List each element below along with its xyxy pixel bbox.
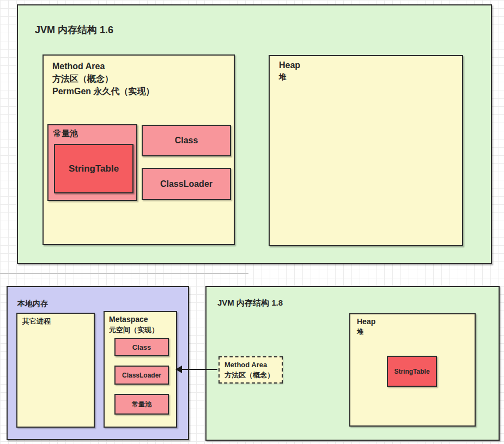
metaspace-classloader-label: ClassLoader bbox=[116, 367, 168, 384]
method-area-18-line1: Method Area bbox=[224, 360, 274, 370]
method-area-16-line1: Method Area bbox=[52, 60, 155, 72]
method-area-18-line2: 方法区（概念） bbox=[224, 370, 274, 380]
native-memory-container: 本地内存 其它进程 Metaspace 元空间（实现） Class ClassL… bbox=[7, 286, 189, 440]
classloader-16-box: ClassLoader bbox=[142, 168, 231, 200]
heap-16-box: Heap 堆 bbox=[269, 55, 463, 246]
method-area-16-label: Method Area 方法区（概念） PermGen 永久代（实现） bbox=[52, 60, 155, 98]
jvm-18-container: JVM 内存结构 1.8 Method Area 方法区（概念） Heap 堆 … bbox=[205, 286, 500, 441]
stringtable-16-label: StringTable bbox=[55, 145, 132, 192]
diagram-canvas: JVM 内存结构 1.6 Method Area 方法区（概念） PermGen… bbox=[0, 0, 504, 444]
screenshot-divider bbox=[0, 273, 248, 274]
metaspace-classloader-box: ClassLoader bbox=[114, 366, 169, 385]
heap-16-subtitle: 堆 bbox=[279, 72, 287, 82]
metaspace-constant-pool-label: 常量池 bbox=[116, 395, 168, 413]
method-area-18-box: Method Area 方法区（概念） bbox=[218, 356, 283, 384]
native-memory-title: 本地内存 bbox=[17, 299, 48, 309]
jvm-18-title: JVM 内存结构 1.8 bbox=[217, 298, 283, 308]
method-area-16-line3: PermGen 永久代（实现） bbox=[52, 85, 155, 98]
method-area-16-line2: 方法区（概念） bbox=[52, 72, 155, 85]
constant-pool-16-label: 常量池 bbox=[53, 129, 78, 139]
class-16-box: Class bbox=[142, 125, 231, 156]
heap-16-title: Heap bbox=[279, 60, 300, 70]
arrow-method-area-to-metaspace-line bbox=[181, 369, 217, 370]
metaspace-box: Metaspace 元空间（实现） Class ClassLoader 常量池 bbox=[104, 311, 177, 428]
stringtable-18-box: StringTable bbox=[387, 356, 437, 387]
metaspace-class-box: Class bbox=[114, 338, 169, 356]
heap-18-box: Heap 堆 StringTable bbox=[349, 313, 476, 427]
heap-18-title: Heap bbox=[357, 317, 375, 326]
heap-18-subtitle: 堆 bbox=[357, 327, 363, 337]
classloader-16-label: ClassLoader bbox=[143, 169, 230, 199]
metaspace-title: Metaspace bbox=[109, 315, 148, 324]
arrow-method-area-to-metaspace-head bbox=[175, 366, 182, 373]
metaspace-constant-pool-box: 常量池 bbox=[114, 394, 169, 415]
method-area-18-label: Method Area 方法区（概念） bbox=[224, 360, 274, 380]
metaspace-subtitle: 元空间（实现） bbox=[109, 325, 159, 335]
other-process-box: 其它进程 bbox=[16, 313, 95, 428]
jvm-16-title: JVM 内存结构 1.6 bbox=[35, 23, 113, 37]
stringtable-16-box: StringTable bbox=[54, 144, 133, 193]
jvm-16-container: JVM 内存结构 1.6 Method Area 方法区（概念） PermGen… bbox=[17, 4, 492, 264]
stringtable-18-label: StringTable bbox=[388, 357, 436, 386]
other-process-label: 其它进程 bbox=[22, 317, 51, 326]
method-area-16-box: Method Area 方法区（概念） PermGen 永久代（实现） 常量池 … bbox=[42, 54, 235, 245]
constant-pool-16-box: 常量池 StringTable bbox=[47, 124, 137, 201]
metaspace-class-label: Class bbox=[116, 339, 168, 355]
class-16-label: Class bbox=[143, 126, 230, 155]
